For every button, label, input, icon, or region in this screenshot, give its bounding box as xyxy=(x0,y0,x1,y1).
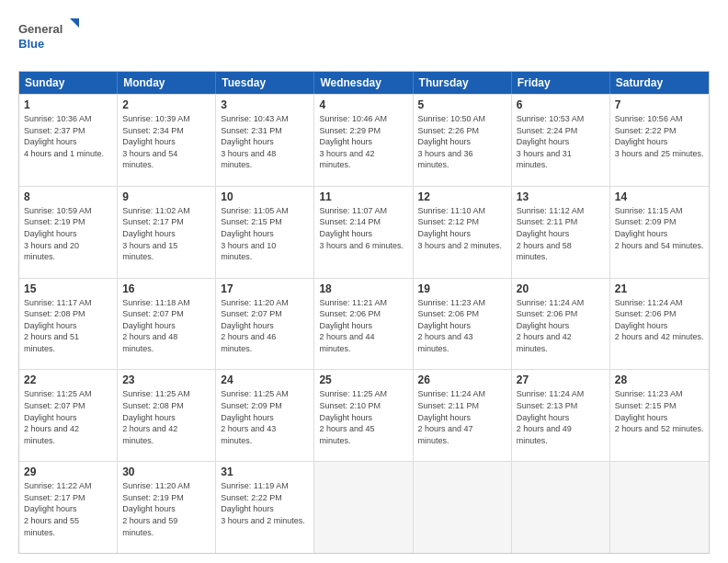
day-cell-13: 13 Sunrise: 11:12 AMSunset: 2:11 PMDayli… xyxy=(512,187,610,278)
header: General Blue xyxy=(18,18,710,60)
calendar: SundayMondayTuesdayWednesdayThursdayFrid… xyxy=(18,71,710,554)
empty-cell xyxy=(610,462,709,553)
day-number: 9 xyxy=(122,190,210,203)
empty-cell xyxy=(414,462,512,553)
cell-text: Sunrise: 10:53 AMSunset: 2:24 PMDaylight… xyxy=(517,114,585,169)
cell-text: Sunrise: 11:17 AMSunset: 2:08 PMDaylight… xyxy=(24,298,92,353)
cell-text: Sunrise: 10:59 AMSunset: 2:19 PMDaylight… xyxy=(24,206,92,261)
cell-text: Sunrise: 11:15 AMSunset: 2:09 PMDaylight… xyxy=(615,206,704,250)
cell-text: Sunrise: 11:25 AMSunset: 2:10 PMDaylight… xyxy=(319,389,387,444)
day-cell-15: 15 Sunrise: 11:17 AMSunset: 2:08 PMDayli… xyxy=(19,279,118,370)
day-cell-21: 21 Sunrise: 11:24 AMSunset: 2:06 PMDayli… xyxy=(610,279,709,370)
cell-text: Sunrise: 10:39 AMSunset: 2:34 PMDaylight… xyxy=(122,114,190,169)
day-cell-28: 28 Sunrise: 11:23 AMSunset: 2:15 PMDayli… xyxy=(610,370,709,461)
calendar-row-2: 15 Sunrise: 11:17 AMSunset: 2:08 PMDayli… xyxy=(19,278,709,370)
day-cell-10: 10 Sunrise: 11:05 AMSunset: 2:15 PMDayli… xyxy=(216,187,314,278)
day-cell-20: 20 Sunrise: 11:24 AMSunset: 2:06 PMDayli… xyxy=(512,279,610,370)
day-cell-30: 30 Sunrise: 11:20 AMSunset: 2:19 PMDayli… xyxy=(118,462,216,553)
day-number: 26 xyxy=(418,373,506,386)
logo-svg: General Blue xyxy=(18,18,83,60)
cell-text: Sunrise: 10:50 AMSunset: 2:26 PMDaylight… xyxy=(418,114,486,169)
calendar-row-0: 1 Sunrise: 10:36 AMSunset: 2:37 PMDaylig… xyxy=(19,94,709,186)
day-number: 1 xyxy=(24,98,112,111)
day-number: 27 xyxy=(517,373,605,386)
day-number: 15 xyxy=(24,282,112,295)
cell-text: Sunrise: 10:46 AMSunset: 2:29 PMDaylight… xyxy=(319,114,387,169)
day-number: 6 xyxy=(517,98,605,111)
cell-text: Sunrise: 11:18 AMSunset: 2:07 PMDaylight… xyxy=(122,298,190,353)
day-cell-27: 27 Sunrise: 11:24 AMSunset: 2:13 PMDayli… xyxy=(512,370,610,461)
cell-text: Sunrise: 11:25 AMSunset: 2:08 PMDaylight… xyxy=(122,389,190,444)
day-number: 5 xyxy=(418,98,506,111)
day-cell-7: 7 Sunrise: 10:56 AMSunset: 2:22 PMDaylig… xyxy=(610,95,709,186)
day-cell-8: 8 Sunrise: 10:59 AMSunset: 2:19 PMDaylig… xyxy=(19,187,118,278)
day-cell-29: 29 Sunrise: 11:22 AMSunset: 2:17 PMDayli… xyxy=(19,462,118,553)
cell-text: Sunrise: 11:25 AMSunset: 2:07 PMDaylight… xyxy=(24,389,92,444)
day-number: 12 xyxy=(418,190,506,203)
empty-cell xyxy=(314,462,413,553)
day-number: 10 xyxy=(221,190,309,203)
day-number: 2 xyxy=(122,98,210,111)
day-number: 22 xyxy=(24,373,112,386)
cell-text: Sunrise: 11:23 AMSunset: 2:06 PMDaylight… xyxy=(418,298,486,353)
day-cell-6: 6 Sunrise: 10:53 AMSunset: 2:24 PMDaylig… xyxy=(512,95,610,186)
cell-text: Sunrise: 11:24 AMSunset: 2:06 PMDaylight… xyxy=(517,298,585,353)
day-number: 18 xyxy=(319,282,407,295)
day-cell-12: 12 Sunrise: 11:10 AMSunset: 2:12 PMDayli… xyxy=(414,187,512,278)
day-number: 21 xyxy=(615,282,704,295)
cell-text: Sunrise: 11:20 AMSunset: 2:07 PMDaylight… xyxy=(221,298,289,353)
day-cell-16: 16 Sunrise: 11:18 AMSunset: 2:07 PMDayli… xyxy=(118,279,216,370)
day-cell-19: 19 Sunrise: 11:23 AMSunset: 2:06 PMDayli… xyxy=(414,279,512,370)
calendar-row-4: 29 Sunrise: 11:22 AMSunset: 2:17 PMDayli… xyxy=(19,461,709,553)
cell-text: Sunrise: 11:22 AMSunset: 2:17 PMDaylight… xyxy=(24,481,92,536)
cell-text: Sunrise: 11:10 AMSunset: 2:12 PMDaylight… xyxy=(418,206,503,250)
day-number: 14 xyxy=(615,190,704,203)
day-cell-2: 2 Sunrise: 10:39 AMSunset: 2:34 PMDaylig… xyxy=(118,95,216,186)
cell-text: Sunrise: 10:36 AMSunset: 2:37 PMDaylight… xyxy=(24,114,104,158)
day-cell-17: 17 Sunrise: 11:20 AMSunset: 2:07 PMDayli… xyxy=(216,279,314,370)
cell-text: Sunrise: 11:24 AMSunset: 2:11 PMDaylight… xyxy=(418,389,486,444)
day-number: 28 xyxy=(615,373,704,386)
day-number: 8 xyxy=(24,190,112,203)
logo: General Blue xyxy=(18,18,83,60)
cell-text: Sunrise: 10:56 AMSunset: 2:22 PMDaylight… xyxy=(615,114,704,158)
svg-text:General: General xyxy=(18,22,63,36)
cell-text: Sunrise: 11:12 AMSunset: 2:11 PMDaylight… xyxy=(517,206,585,261)
day-cell-9: 9 Sunrise: 11:02 AMSunset: 2:17 PMDaylig… xyxy=(118,187,216,278)
day-cell-11: 11 Sunrise: 11:07 AMSunset: 2:14 PMDayli… xyxy=(314,187,413,278)
svg-marker-2 xyxy=(70,18,79,28)
day-number: 24 xyxy=(221,373,309,386)
day-number: 3 xyxy=(221,98,309,111)
header-day-sunday: Sunday xyxy=(19,72,118,94)
day-number: 16 xyxy=(122,282,210,295)
day-number: 25 xyxy=(319,373,407,386)
cell-text: Sunrise: 11:19 AMSunset: 2:22 PMDaylight… xyxy=(221,481,305,525)
day-number: 4 xyxy=(319,98,407,111)
cell-text: Sunrise: 11:05 AMSunset: 2:15 PMDaylight… xyxy=(221,206,289,261)
day-number: 7 xyxy=(615,98,704,111)
header-day-thursday: Thursday xyxy=(414,72,512,94)
cell-text: Sunrise: 11:07 AMSunset: 2:14 PMDaylight… xyxy=(319,206,404,250)
calendar-header: SundayMondayTuesdayWednesdayThursdayFrid… xyxy=(19,72,709,94)
svg-text:Blue: Blue xyxy=(18,37,44,51)
header-day-wednesday: Wednesday xyxy=(314,72,413,94)
day-number: 23 xyxy=(122,373,210,386)
header-day-friday: Friday xyxy=(512,72,610,94)
day-cell-23: 23 Sunrise: 11:25 AMSunset: 2:08 PMDayli… xyxy=(118,370,216,461)
day-cell-22: 22 Sunrise: 11:25 AMSunset: 2:07 PMDayli… xyxy=(19,370,118,461)
cell-text: Sunrise: 11:23 AMSunset: 2:15 PMDaylight… xyxy=(615,389,704,433)
cell-text: Sunrise: 11:24 AMSunset: 2:13 PMDaylight… xyxy=(517,389,585,444)
day-cell-4: 4 Sunrise: 10:46 AMSunset: 2:29 PMDaylig… xyxy=(314,95,413,186)
day-number: 19 xyxy=(418,282,506,295)
page: General Blue SundayMondayTuesdayWednesda… xyxy=(0,0,728,563)
day-cell-24: 24 Sunrise: 11:25 AMSunset: 2:09 PMDayli… xyxy=(216,370,314,461)
cell-text: Sunrise: 10:43 AMSunset: 2:31 PMDaylight… xyxy=(221,114,289,169)
day-number: 11 xyxy=(319,190,407,203)
day-cell-5: 5 Sunrise: 10:50 AMSunset: 2:26 PMDaylig… xyxy=(414,95,512,186)
day-cell-31: 31 Sunrise: 11:19 AMSunset: 2:22 PMDayli… xyxy=(216,462,314,553)
day-number: 29 xyxy=(24,465,112,478)
empty-cell xyxy=(512,462,610,553)
day-number: 31 xyxy=(221,465,309,478)
calendar-row-3: 22 Sunrise: 11:25 AMSunset: 2:07 PMDayli… xyxy=(19,369,709,461)
day-cell-3: 3 Sunrise: 10:43 AMSunset: 2:31 PMDaylig… xyxy=(216,95,314,186)
